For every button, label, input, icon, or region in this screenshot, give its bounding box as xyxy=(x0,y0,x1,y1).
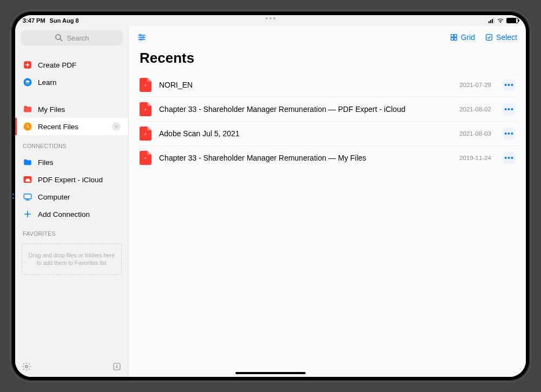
file-more-button[interactable]: ••• xyxy=(503,103,515,115)
screen: 3:47 PM Sun Aug 8 Sea xyxy=(15,15,526,377)
file-more-button[interactable]: ••• xyxy=(503,79,515,91)
svg-point-0 xyxy=(56,35,61,39)
battery-icon xyxy=(506,18,518,23)
select-button[interactable]: Select xyxy=(485,33,517,42)
file-more-button[interactable]: ••• xyxy=(503,152,515,164)
grid-icon xyxy=(450,33,458,42)
file-date: 2021-08-03 xyxy=(459,130,491,137)
search-input[interactable]: Search xyxy=(21,30,123,45)
page-title: Recents xyxy=(129,46,526,73)
svg-rect-13 xyxy=(114,363,120,370)
svg-point-12 xyxy=(25,366,28,368)
sidebar-item-label: Create PDF xyxy=(38,61,76,69)
clock-icon xyxy=(23,122,32,131)
status-time: 3:47 PM xyxy=(23,17,45,24)
learn-icon xyxy=(23,77,32,87)
sidebar-item-recent-files[interactable]: Recent Files xyxy=(15,118,128,135)
select-label: Select xyxy=(496,33,517,42)
home-indicator[interactable] xyxy=(235,372,306,374)
pdf-file-icon xyxy=(140,151,151,165)
settings-gear-icon[interactable] xyxy=(22,362,31,371)
file-date: 2021-07-29 xyxy=(459,82,491,88)
app-content: Search Create PDF Learn xyxy=(15,26,526,377)
svg-line-1 xyxy=(61,39,63,41)
svg-rect-22 xyxy=(451,38,453,41)
svg-point-17 xyxy=(140,35,141,36)
svg-rect-23 xyxy=(454,38,457,41)
sidebar-item-label: Add Connection xyxy=(38,210,90,218)
ipad-frame: 3:47 PM Sun Aug 8 Sea xyxy=(11,11,530,381)
sidebar-item-add-connection[interactable]: Add Connection xyxy=(15,205,128,223)
status-bar: 3:47 PM Sun Aug 8 xyxy=(15,15,526,26)
cellular-icon xyxy=(488,18,494,23)
sidebar: Search Create PDF Learn xyxy=(15,26,129,377)
favorites-dropzone[interactable]: Drag and drop files or folders here to a… xyxy=(22,243,122,275)
wifi-icon xyxy=(497,18,504,23)
sidebar-item-label: PDF Expert - iCloud xyxy=(38,176,103,184)
sidebar-item-label: Recent Files xyxy=(38,123,78,131)
search-placeholder: Search xyxy=(67,34,89,42)
main-panel: Grid Select Recents NORI_EN 2021-07-29 xyxy=(129,26,526,377)
computer-icon xyxy=(23,192,32,202)
sidebar-item-label: Learn xyxy=(38,78,57,87)
grid-label: Grid xyxy=(461,33,475,42)
sidebar-item-files[interactable]: Files xyxy=(15,154,128,171)
multitask-dots[interactable] xyxy=(266,17,275,19)
create-pdf-icon xyxy=(23,60,32,70)
chevron-down-icon[interactable] xyxy=(112,122,121,131)
pdf-file-icon xyxy=(140,78,151,92)
folder-icon xyxy=(23,104,32,114)
sidebar-item-create-pdf[interactable]: Create PDF xyxy=(15,56,128,74)
pdf-file-icon xyxy=(140,127,151,141)
svg-rect-4 xyxy=(24,108,31,112)
svg-rect-20 xyxy=(451,35,453,37)
pdf-expert-cloud-icon xyxy=(23,175,32,184)
sidebar-item-label: Files xyxy=(38,158,54,167)
grid-view-button[interactable]: Grid xyxy=(450,33,475,42)
collapse-sidebar-icon[interactable] xyxy=(112,362,122,371)
sidebar-item-learn[interactable]: Learn xyxy=(15,74,128,91)
file-row[interactable]: Adobe Scan Jul 5, 2021 2021-08-03 ••• xyxy=(137,122,517,146)
svg-rect-24 xyxy=(486,35,492,41)
file-row[interactable]: Chapter 33 - Shareholder Manager Remuner… xyxy=(137,97,517,122)
favorites-header: FAVORITES xyxy=(15,225,128,239)
svg-point-18 xyxy=(142,37,144,38)
svg-rect-21 xyxy=(454,35,457,37)
sidebar-item-label: Computer xyxy=(38,193,70,201)
file-name: Chapter 33 - Shareholder Manager Remuner… xyxy=(159,154,452,162)
file-list: NORI_EN 2021-07-29 ••• Chapter 33 - Shar… xyxy=(129,73,526,170)
sort-filter-button[interactable] xyxy=(137,33,146,42)
pdf-file-icon xyxy=(140,102,151,116)
file-row[interactable]: Chapter 33 - Shareholder Manager Remuner… xyxy=(137,146,517,170)
sidebar-item-computer[interactable]: Computer xyxy=(15,188,128,205)
svg-rect-7 xyxy=(24,194,31,199)
file-row[interactable]: NORI_EN 2021-07-29 ••• xyxy=(137,73,517,97)
svg-point-19 xyxy=(140,39,142,41)
search-icon xyxy=(54,33,64,43)
file-date: 2019-11-24 xyxy=(459,155,491,161)
status-date: Sun Aug 8 xyxy=(50,17,79,24)
select-checkbox-icon xyxy=(485,33,493,42)
connections-header: CONNECTIONS xyxy=(15,137,128,151)
file-date: 2021-08-02 xyxy=(459,106,491,112)
sidebar-item-my-files[interactable]: My Files xyxy=(15,101,128,118)
file-name: Adobe Scan Jul 5, 2021 xyxy=(159,129,452,138)
files-app-icon xyxy=(23,157,32,167)
file-more-button[interactable]: ••• xyxy=(503,128,515,139)
sidebar-footer xyxy=(15,356,128,377)
smart-connector-dots xyxy=(12,194,14,199)
sidebar-item-pdf-expert-icloud[interactable]: PDF Expert - iCloud xyxy=(15,171,128,188)
sliders-icon xyxy=(137,33,146,42)
file-name: Chapter 33 - Shareholder Manager Remuner… xyxy=(159,105,452,114)
sidebar-item-label: My Files xyxy=(38,105,65,114)
file-name: NORI_EN xyxy=(159,81,452,89)
plus-icon xyxy=(23,209,32,219)
toolbar: Grid Select xyxy=(129,26,526,46)
